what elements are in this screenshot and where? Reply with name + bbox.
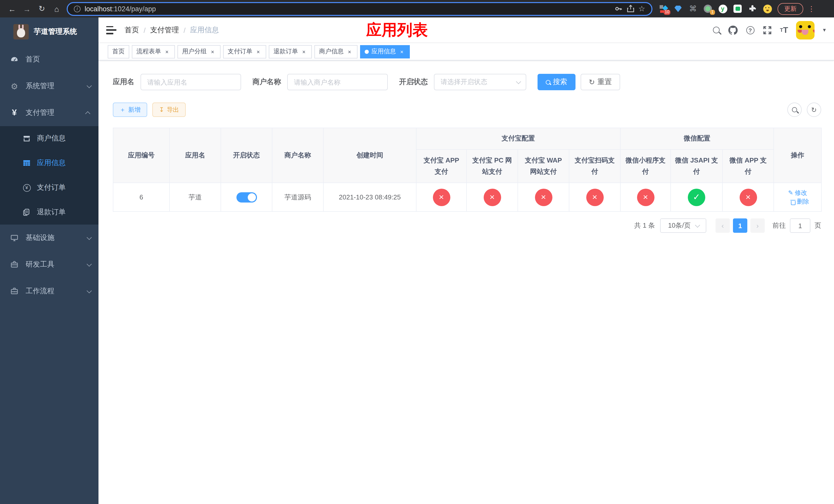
close-icon[interactable]: ×	[255, 48, 262, 55]
close-icon[interactable]: ×	[346, 48, 353, 55]
col-wechat-mini: 微信小程序支付	[620, 150, 671, 183]
open-status-select[interactable]: 请选择开启状态	[434, 74, 526, 90]
sidebar-item-infra[interactable]: 基础设施	[0, 225, 98, 251]
toolbox-icon	[10, 260, 19, 269]
extension-gem-icon[interactable]	[674, 4, 683, 13]
breadcrumb-home[interactable]: 首页	[125, 25, 139, 35]
download-icon: ↧	[159, 106, 164, 113]
tab-app-info[interactable]: 应用信息×	[360, 45, 410, 58]
gear-icon: ⚙	[10, 82, 19, 90]
sidebar-item-workflow[interactable]: 工作流程	[0, 278, 98, 304]
sidebar-item-merchant-info[interactable]: 商户信息	[0, 126, 98, 151]
close-icon[interactable]: ×	[398, 48, 405, 55]
sidebar-item-app-info[interactable]: 应用信息	[0, 151, 98, 175]
extension-colorful-icon[interactable]: 10	[659, 4, 668, 13]
chevron-down-icon	[87, 261, 92, 266]
browser-home-button[interactable]: ⌂	[50, 2, 64, 16]
breadcrumb-payment[interactable]: 支付管理	[150, 25, 179, 35]
cell-app-id: 6	[113, 183, 170, 211]
close-icon[interactable]: ×	[209, 48, 216, 55]
page-1-button[interactable]: 1	[733, 219, 747, 233]
share-icon[interactable]	[627, 5, 634, 13]
merchant-name-input[interactable]	[287, 74, 388, 90]
extensions-puzzle-icon[interactable]	[748, 4, 757, 13]
goto-page-input[interactable]	[790, 219, 810, 233]
refresh-table-button[interactable]: ↻	[807, 102, 821, 117]
tab-home[interactable]: 首页	[108, 45, 129, 58]
app-name-input[interactable]	[140, 74, 241, 90]
status-cross-icon: ×	[739, 188, 757, 206]
sidebar-item-pay-orders[interactable]: ¥ 支付订单	[0, 175, 98, 200]
table-toolbar: ＋新增 ↧导出 ↻	[113, 102, 821, 117]
user-avatar[interactable]	[796, 21, 815, 39]
browser-back-button[interactable]: ←	[5, 2, 19, 16]
briefcase-icon	[10, 287, 19, 295]
search-button[interactable]: 搜索	[537, 74, 575, 90]
font-size-icon[interactable]: TT	[780, 25, 788, 35]
sidebar-collapse-icon[interactable]	[106, 26, 116, 34]
extension-y-icon[interactable]: y	[718, 4, 727, 13]
app-logo[interactable]: 芋道管理系统	[0, 18, 98, 46]
toggle-search-button[interactable]	[787, 102, 802, 117]
sidebar-item-home[interactable]: 首页	[0, 46, 98, 73]
address-bar[interactable]: i localhost:1024/pay/app ☆	[67, 2, 653, 16]
status-cross-icon: ×	[586, 188, 603, 206]
edit-link[interactable]: ✎修改	[788, 188, 807, 197]
chrome-update-button[interactable]: 更新	[777, 3, 803, 15]
reset-button[interactable]: ↻重置	[580, 74, 620, 90]
plus-icon: ＋	[119, 105, 126, 114]
extension-badge: 10	[664, 10, 671, 15]
col-alipay-app: 支付宝 APP 支付	[416, 150, 466, 183]
extension-command-icon[interactable]: ⌘	[688, 4, 698, 13]
close-icon[interactable]: ×	[301, 48, 307, 55]
cell-alipay-pc: ×	[466, 183, 518, 211]
search-form: 应用名 商户名称 开启状态 请选择开启状态 搜索 ↻重置	[113, 74, 821, 90]
sidebar-item-refund-orders[interactable]: 退款订单	[0, 200, 98, 225]
password-key-icon[interactable]	[614, 5, 622, 13]
shop-icon	[23, 134, 31, 142]
page-unit-label: 页	[814, 221, 821, 230]
delete-link[interactable]: 删除	[790, 197, 809, 206]
dashboard-icon	[10, 55, 19, 64]
site-info-icon[interactable]: i	[74, 5, 81, 12]
tab-process-form[interactable]: 流程表单×	[132, 45, 175, 58]
github-icon[interactable]	[728, 25, 738, 35]
cell-alipay-app: ×	[416, 183, 466, 211]
browser-forward-button[interactable]: →	[20, 2, 34, 16]
help-icon[interactable]: ?	[746, 26, 754, 34]
profile-avatar-icon[interactable]	[763, 4, 772, 13]
search-icon	[792, 107, 797, 112]
active-dot	[365, 49, 369, 53]
tab-merchant-info[interactable]: 商户信息×	[314, 45, 357, 58]
sidebar-item-payment[interactable]: ¥ 支付管理	[0, 99, 98, 126]
bookmark-star-icon[interactable]: ☆	[638, 4, 645, 13]
add-button[interactable]: ＋新增	[113, 102, 147, 117]
sidebar: 芋道管理系统 首页 ⚙ 系统管理 ¥ 支付管理	[0, 18, 98, 504]
refresh-icon: ↻	[589, 78, 595, 86]
user-menu-caret-icon[interactable]: ▾	[823, 27, 826, 33]
cell-app-name: 芋道	[170, 183, 221, 211]
tab-refund-orders[interactable]: 退款订单×	[269, 45, 312, 58]
next-page-button[interactable]: ›	[750, 219, 765, 233]
tab-pay-orders[interactable]: 支付订单×	[223, 45, 266, 58]
cell-merchant-name: 芋道源码	[272, 183, 323, 211]
status-toggle[interactable]	[236, 192, 257, 202]
browser-reload-button[interactable]: ↻	[35, 2, 49, 16]
prev-page-button[interactable]: ‹	[716, 219, 730, 233]
monitor-icon	[10, 234, 19, 242]
sidebar-item-dev-tools[interactable]: 研发工具	[0, 251, 98, 278]
tab-user-group[interactable]: 用户分组×	[177, 45, 221, 58]
extension-recorder-icon[interactable]: 1	[703, 4, 712, 13]
apps-table: 应用编号 应用名 开启状态 商户名称 创建时间 支付宝配置 微信配置 操作 支付…	[113, 128, 822, 212]
chevron-down-icon	[87, 234, 92, 240]
chrome-menu-icon[interactable]: ⋮	[808, 5, 815, 13]
fullscreen-icon[interactable]	[763, 25, 772, 35]
extension-chat-icon[interactable]	[733, 4, 742, 13]
cell-wechat-app: ×	[722, 183, 774, 211]
export-button[interactable]: ↧导出	[152, 102, 186, 117]
search-icon	[546, 80, 550, 84]
sidebar-item-system[interactable]: ⚙ 系统管理	[0, 73, 98, 99]
search-icon[interactable]	[713, 27, 719, 33]
close-icon[interactable]: ×	[163, 48, 170, 55]
page-size-select[interactable]: 10条/页	[660, 219, 706, 233]
